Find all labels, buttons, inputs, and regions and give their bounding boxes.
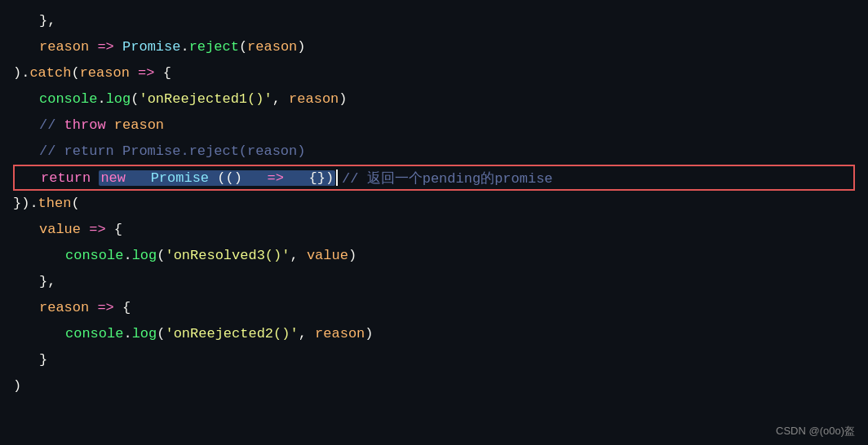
- code-editor: }, reason => Promise . reject ( reason )…: [0, 0, 868, 445]
- code-line-2: reason => Promise . reject ( reason ): [0, 34, 868, 60]
- code-line-11: },: [0, 269, 868, 295]
- text-cursor: [336, 170, 338, 186]
- reason-param: reason: [39, 34, 89, 60]
- code-line-15: ): [0, 373, 868, 399]
- punct: },: [39, 8, 55, 34]
- code-line-1: },: [0, 8, 868, 34]
- code-line-13: console . log ( 'onReejected2()' , reaso…: [0, 321, 868, 347]
- comment-cn: // 返回一个pending的promise: [342, 169, 552, 187]
- code-line-10: console . log ( 'onResolved3()' , value …: [0, 243, 868, 269]
- highlighted-segment: new Promise (() => {}): [99, 170, 335, 186]
- code-line-4: console . log ( 'onReejected1()' , reaso…: [0, 86, 868, 112]
- code-line-5: // throw reason: [0, 112, 868, 139]
- watermark: CSDN @(o0o)盔: [776, 424, 855, 438]
- code-line-8: }) . then (: [0, 191, 868, 217]
- code-line-7-wrapper: return new Promise (() => {}) // 返回一个pen…: [0, 165, 868, 191]
- code-line-9: value => {: [0, 217, 868, 243]
- code-line-7-highlighted: return new Promise (() => {}) // 返回一个pen…: [13, 165, 855, 191]
- code-line-6: // return Promise.reject(reason): [0, 139, 868, 165]
- code-line-3: ) . catch ( reason => {: [0, 60, 868, 86]
- code-line-14: }: [0, 347, 868, 373]
- code-line-12: reason => {: [0, 295, 868, 321]
